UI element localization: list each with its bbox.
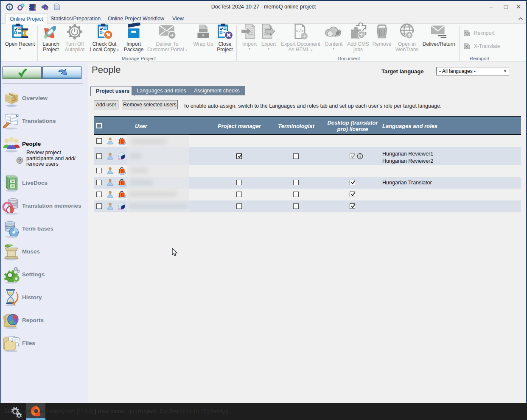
svg-text:?: ?: [18, 158, 21, 163]
svg-text:?: ?: [8, 5, 11, 10]
